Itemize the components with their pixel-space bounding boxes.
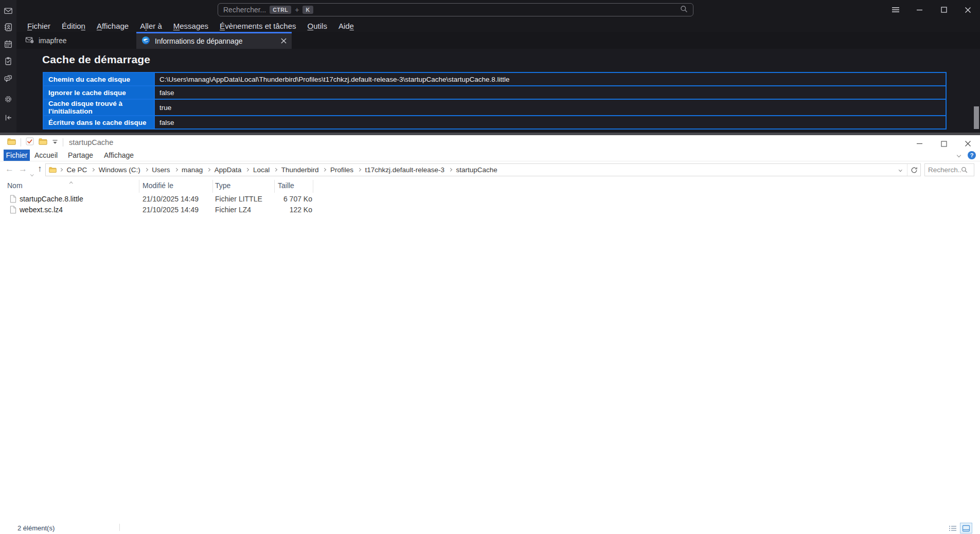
breadcrumb-ce-pc[interactable]: Ce PC	[62, 166, 92, 174]
search-placeholder: Rechercher...	[223, 6, 266, 14]
column-header-nom[interactable]: Nom	[7, 181, 23, 190]
settings-gear-icon[interactable]	[4, 95, 13, 104]
close-button[interactable]	[956, 0, 980, 20]
item-count: 2 élément(s)	[17, 524, 55, 532]
column-header-taille[interactable]: Taille	[278, 181, 294, 190]
breadcrumb-thunderbird[interactable]: Thunderbird	[277, 166, 324, 174]
row-label: Ignorer le cache disque	[43, 86, 154, 99]
column-header-modifie[interactable]: Modifié le	[142, 181, 173, 190]
troubleshooting-page: Cache de démarrage Chemin du cache disqu…	[16, 49, 980, 133]
menubar: Fichier Édition Affichage Aller à Messag…	[16, 20, 980, 32]
thunderbird-titlebar: Rechercher... CTRL + K	[16, 0, 980, 20]
tab-label: Informations de dépannage	[155, 37, 242, 45]
up-icon[interactable]: ↑	[38, 163, 42, 175]
table-row: Cache disque trouvé à l'initialisation t…	[43, 99, 946, 116]
file-size: 122 Ko	[255, 206, 312, 214]
table-row: Ignorer le cache disque false	[43, 86, 946, 99]
file-modified: 21/10/2025 14:49	[142, 195, 199, 203]
recent-locations-icon[interactable]	[31, 168, 33, 177]
breadcrumb-startupcache[interactable]: startupCache	[452, 166, 502, 174]
menu-affichage[interactable]: Affichage	[91, 21, 134, 31]
tasks-icon[interactable]	[4, 57, 13, 66]
ribbon-tab-accueil[interactable]: Accueil	[34, 150, 58, 161]
qat-check-icon[interactable]	[26, 137, 34, 148]
large-icons-view-icon[interactable]	[960, 523, 972, 533]
row-label: Écriture dans le cache disque	[43, 116, 154, 129]
breadcrumb-users[interactable]: Users	[147, 166, 174, 174]
screen: Rechercher... CTRL + K	[0, 0, 980, 534]
collapse-sidebar-icon[interactable]	[4, 113, 13, 122]
ribbon-tabs: Fichier Accueil Partage Affichage ?	[0, 150, 980, 161]
row-value: C:\Users\manag\AppData\Local\Thunderbird…	[154, 72, 946, 86]
search-icon	[961, 167, 968, 173]
file-row-startupcache[interactable]: startupCache.8.little 21/10/2025 14:49 F…	[0, 194, 980, 205]
row-label: Chemin du cache disque	[43, 72, 154, 86]
file-icon	[10, 195, 16, 205]
mail-space-icon[interactable]	[4, 6, 13, 15]
address-dropdown-icon[interactable]	[894, 164, 907, 176]
breadcrumb-manag[interactable]: manag	[177, 166, 207, 174]
explorer-titlebar: startupCache	[0, 135, 980, 150]
menu-messages[interactable]: Messages	[168, 21, 214, 31]
help-icon[interactable]: ?	[968, 151, 976, 159]
separator	[119, 524, 120, 531]
separator	[63, 138, 63, 146]
column-header-type[interactable]: Type	[215, 181, 230, 190]
minimize-button[interactable]	[907, 0, 932, 20]
forward-icon[interactable]: →	[19, 163, 27, 175]
maximize-button[interactable]	[932, 0, 956, 20]
qat-folder-icon[interactable]	[39, 138, 47, 148]
ctrl-key-badge: CTRL	[270, 6, 291, 14]
menu-aller-a[interactable]: Aller à	[134, 21, 168, 31]
explorer-window: startupCache Fichier Accueil Partage Aff…	[0, 135, 980, 534]
menu-evenements[interactable]: Évènements et tâches	[214, 21, 301, 31]
breadcrumb-windows-c[interactable]: Windows (C:)	[94, 166, 145, 174]
chat-icon[interactable]	[4, 73, 13, 83]
thunderbird-window: Rechercher... CTRL + K	[0, 0, 980, 133]
tab-close-icon[interactable]	[281, 37, 287, 45]
ribbon-tab-affichage[interactable]: Affichage	[104, 150, 134, 161]
tab-troubleshooting[interactable]: Informations de dépannage	[136, 32, 292, 49]
breadcrumb-local[interactable]: Local	[248, 166, 274, 174]
tab-label: imapfree	[39, 36, 66, 45]
sort-ascending-icon	[70, 178, 73, 186]
page-title: Cache de démarrage	[42, 53, 150, 66]
details-view-icon[interactable]	[947, 523, 958, 533]
search-input[interactable]	[928, 166, 961, 174]
file-type: Fichier LZ4	[215, 206, 251, 214]
tab-bar: imapfree Informations de dépannage	[16, 32, 980, 49]
spaces-toolbar	[0, 0, 16, 133]
menu-fichier[interactable]: Fichier	[22, 21, 56, 31]
location-folder-icon	[46, 167, 57, 173]
table-row: Écriture dans le cache disque false	[43, 116, 946, 129]
app-menu-button[interactable]	[883, 0, 907, 20]
file-modified: 21/10/2025 14:49	[142, 206, 199, 214]
row-value: false	[154, 116, 946, 129]
file-name: startupCache.8.little	[20, 195, 83, 203]
global-search-bar[interactable]: Rechercher... CTRL + K	[218, 3, 693, 16]
refresh-icon[interactable]	[907, 164, 920, 176]
separator	[21, 138, 21, 146]
address-bar[interactable]: Ce PC Windows (C:) Users manag AppData L…	[45, 163, 921, 176]
row-label: Cache disque trouvé à l'initialisation	[43, 99, 154, 116]
breadcrumb-appdata[interactable]: AppData	[210, 166, 246, 174]
mail-account-icon	[25, 35, 34, 46]
breadcrumb-profile-folder[interactable]: t17chkzj.default-release-3	[360, 166, 449, 174]
menu-edition[interactable]: Édition	[56, 21, 91, 31]
menu-aide[interactable]: Aide	[333, 21, 360, 31]
file-icon	[10, 206, 16, 215]
explorer-search[interactable]	[924, 163, 974, 176]
plus-sign: +	[295, 6, 299, 14]
customize-toolbar-icon[interactable]	[52, 138, 58, 147]
minimize-ribbon-icon[interactable]	[957, 153, 961, 157]
breadcrumb-profiles[interactable]: Profiles	[326, 166, 358, 174]
back-icon[interactable]: ←	[5, 163, 14, 175]
ribbon-tab-partage[interactable]: Partage	[68, 150, 93, 161]
calendar-icon[interactable]	[4, 40, 13, 49]
scrollbar-thumb[interactable]	[974, 106, 979, 129]
menu-outils[interactable]: Outils	[302, 21, 333, 31]
ribbon-tab-fichier[interactable]: Fichier	[4, 150, 30, 161]
file-row-webext[interactable]: webext.sc.lz4 21/10/2025 14:49 Fichier L…	[0, 205, 980, 215]
address-book-icon[interactable]	[4, 23, 13, 32]
tab-imapfree[interactable]: imapfree	[21, 32, 139, 49]
